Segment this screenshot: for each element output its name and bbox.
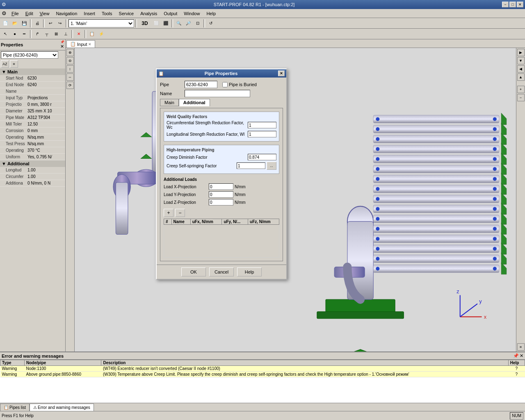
view-rs-btn7[interactable]: ≡: [517, 343, 525, 351]
valve-btn[interactable]: ⊠: [52, 30, 61, 39]
refresh-btn[interactable]: ↺: [206, 19, 215, 28]
menu-view[interactable]: View: [37, 10, 53, 17]
menu-help[interactable]: Help: [203, 10, 219, 17]
view-rs-btn2[interactable]: ▼: [517, 57, 525, 64]
zoom-in-btn[interactable]: 🔍: [174, 19, 183, 28]
load-x-input[interactable]: [209, 183, 233, 190]
weld-long-input[interactable]: [248, 131, 276, 137]
undo-btn[interactable]: ↩: [46, 19, 55, 28]
help-2[interactable]: ?: [508, 372, 525, 377]
3d-btn[interactable]: 3D: [138, 19, 151, 28]
menu-window[interactable]: Window: [180, 10, 203, 17]
dialog-tabs: Main Additional: [160, 99, 283, 106]
properties-btn[interactable]: 📋: [87, 30, 96, 39]
prop-section-additional-label[interactable]: ▼ Additional: [0, 160, 65, 167]
prop-close-btn[interactable]: ✕: [60, 44, 64, 49]
view-rs-btn4[interactable]: ▲: [517, 73, 525, 81]
creep-selfspring-browse-btn[interactable]: ...: [267, 162, 276, 170]
view-ls-btn4[interactable]: ↔: [66, 73, 74, 81]
zoom-fit-btn[interactable]: ⊡: [193, 19, 202, 28]
view-ls-btn2[interactable]: ⊖: [66, 57, 74, 64]
tab-input[interactable]: 📋 Input ✕: [66, 40, 95, 48]
calc-btn[interactable]: ⚡: [97, 30, 106, 39]
bottom-close-btn[interactable]: ✕: [520, 353, 523, 358]
maximize-button[interactable]: □: [509, 2, 516, 7]
prop-pin-btn[interactable]: 📌: [60, 40, 64, 44]
view-rs-btn6[interactable]: −: [517, 94, 525, 101]
load-table-empty-row: [164, 225, 279, 258]
prop-row-startnode: Start Nod 6230: [0, 75, 65, 82]
view-rs-btn5[interactable]: +: [517, 86, 525, 93]
sort-category-btn[interactable]: ≡: [10, 60, 18, 68]
view-rs-btn3[interactable]: ◀: [517, 65, 525, 73]
open-btn[interactable]: 📂: [10, 19, 19, 28]
zoom-out-btn[interactable]: 🔎: [184, 19, 193, 28]
creep-selfspring-input[interactable]: [237, 162, 265, 169]
menu-output[interactable]: Output: [160, 10, 180, 17]
support-btn[interactable]: ⊥: [61, 30, 70, 39]
view-ls-btn3[interactable]: ↕: [66, 65, 74, 73]
save-btn[interactable]: 💾: [20, 19, 29, 28]
weld-circ-input[interactable]: [248, 122, 276, 128]
menu-analysis[interactable]: Analysis: [137, 10, 160, 17]
dialog-tab-additional[interactable]: Additional: [179, 99, 210, 106]
bottom-tab-errors[interactable]: ⚠ Error and warning messages: [30, 404, 94, 411]
col-num: #: [164, 219, 172, 225]
prop-val-testpress: N/sq.mm: [27, 142, 65, 146]
view-ls-btn1[interactable]: ⊕: [66, 49, 74, 56]
add-remove-row: + −: [164, 209, 279, 217]
node-btn[interactable]: ●: [10, 30, 19, 39]
prop-section-main: ▼ Main Start Nod 6230 End Node 6240 Name…: [0, 68, 65, 160]
dialog-ok-btn[interactable]: OK: [181, 267, 206, 276]
dialog-pipe-input[interactable]: [185, 81, 217, 88]
3d-view-canvas[interactable]: x z y ▶ ▼ ◀ ▲ + − ≡ ⊕: [66, 48, 525, 352]
redo-btn[interactable]: ↪: [55, 19, 64, 28]
property-object-select[interactable]: Pipe (6230-6240): [1, 51, 58, 59]
tee-btn[interactable]: ┬: [42, 30, 51, 39]
svg-point-38: [376, 167, 379, 171]
dialog-buried-checkbox[interactable]: [222, 82, 228, 87]
add-load-btn[interactable]: +: [164, 209, 173, 217]
help-1[interactable]: ?: [508, 366, 525, 372]
load-z-input[interactable]: [209, 199, 233, 205]
view-btn2[interactable]: ⬛: [161, 19, 170, 28]
menu-file[interactable]: File: [8, 10, 22, 17]
view-rs-btn1[interactable]: ▶: [517, 49, 525, 56]
elbow-btn[interactable]: ↱: [33, 30, 42, 39]
dialog-close-btn[interactable]: ✕: [278, 71, 285, 76]
dialog-name-input[interactable]: [185, 90, 250, 97]
dialog-cancel-btn[interactable]: Cancel: [209, 267, 234, 276]
creep-diminish-input[interactable]: [248, 154, 276, 160]
creep-diminish-label: Creep Diminish Factor: [167, 155, 248, 160]
select-btn[interactable]: ↖: [1, 30, 10, 39]
svg-point-50: [376, 227, 379, 231]
minimize-button[interactable]: −: [502, 2, 509, 7]
sort-alpha-btn[interactable]: AZ: [1, 60, 9, 68]
bottom-pin-btn[interactable]: 📌: [513, 353, 519, 358]
load-z-label: Load Z-Projection: [164, 200, 209, 205]
menu-tools[interactable]: Tools: [98, 10, 116, 17]
bottom-tab-pipes[interactable]: 📋 Pipes list: [0, 404, 30, 411]
menu-edit[interactable]: Edit: [22, 10, 37, 17]
dialog-help-btn[interactable]: Help: [237, 267, 262, 276]
remove-load-btn[interactable]: −: [175, 209, 185, 217]
menu-navigation[interactable]: Navigation: [52, 10, 80, 17]
close-button[interactable]: ✕: [517, 2, 523, 7]
pipe-btn[interactable]: ━: [20, 30, 29, 39]
delete-btn[interactable]: ✕: [74, 30, 83, 39]
toolbar-2: ↖ ● ━ ↱ ┬ ⊠ ⊥ ✕ 📋 ⚡: [0, 29, 525, 39]
svg-point-33: [493, 137, 496, 141]
load-y-input[interactable]: [209, 191, 233, 198]
model-select[interactable]: 1. 'Main': [68, 19, 134, 27]
svg-rect-25: [373, 245, 499, 253]
view-btn1[interactable]: ⬜: [152, 19, 161, 28]
prop-section-main-label[interactable]: ▼ Main: [0, 68, 65, 75]
menu-service[interactable]: Service: [116, 10, 137, 17]
menu-insert[interactable]: Insert: [80, 10, 98, 17]
new-btn[interactable]: 📄: [1, 19, 10, 28]
dialog-tab-main[interactable]: Main: [160, 99, 179, 106]
prop-key-diameter: Diameter: [0, 109, 27, 113]
print-btn[interactable]: 🖨: [33, 19, 42, 28]
view-ls-btn5[interactable]: ⟳: [66, 82, 74, 89]
tab-input-close[interactable]: ✕: [88, 42, 91, 46]
